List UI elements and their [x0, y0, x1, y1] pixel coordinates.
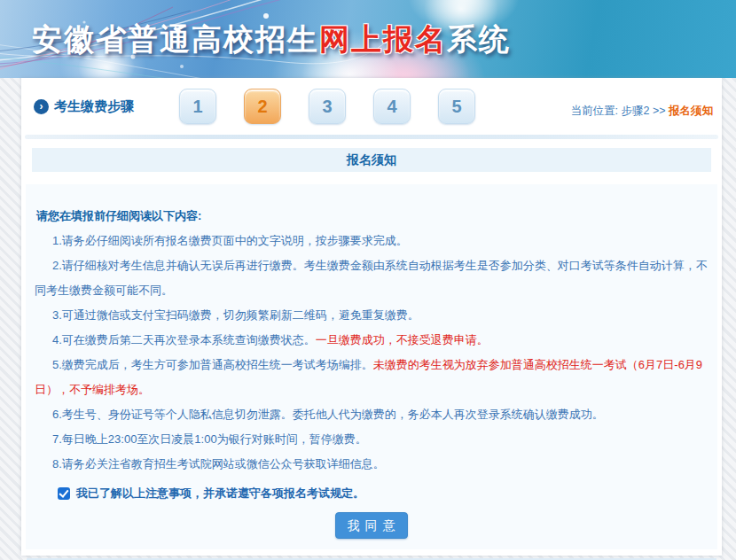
step-box-1: 1 [179, 89, 216, 124]
system-title-part2: 系统 [447, 22, 511, 56]
notice-item-text: 5.缴费完成后，考生方可参加普通高校招生统一考试考场编排。 [52, 358, 373, 371]
breadcrumb-prefix: 当前位置: 步骤2 >> [571, 105, 666, 117]
page-title: 报名须知 [32, 148, 711, 172]
notice-item-text: 1.请务必仔细阅读所有报名缴费页面中的文字说明，按步骤要求完成。 [52, 234, 408, 247]
system-title-part1: 安徽省普通高校招生 [32, 22, 319, 56]
notice-item-1: 1.请务必仔细阅读所有报名缴费页面中的文字说明，按步骤要求完成。 [35, 229, 709, 253]
breadcrumb: 当前位置: 步骤2 >> 报名须知 [571, 104, 713, 119]
step-box-4: 4 [373, 89, 411, 124]
step-indicator: 1 2 3 4 5 [179, 89, 475, 124]
notice-item-red-text: 一旦缴费成功，不接受退费申请。 [316, 333, 489, 346]
agreement-row[interactable]: 我已了解以上注意事项，并承诺遵守各项报名考试规定。 [58, 486, 709, 502]
agree-button[interactable]: 我 同 意 [335, 512, 409, 539]
notice-item-text: 6.考生号、身份证号等个人隐私信息切勿泄露。委托他人代为缴费的，务必本人再次登录… [52, 408, 604, 421]
step-bar-title: › 考生缴费步骤 [34, 98, 134, 115]
notice-item-text: 4.可在缴费后第二天再次登录本系统查询缴费状态。 [52, 333, 316, 346]
step-bar: › 考生缴费步骤 1 2 3 4 5 当前位置: 步骤2 >> 报名须知 [21, 78, 722, 135]
step-box-3: 3 [309, 89, 346, 124]
notice-item-8: 8.请务必关注省教育招生考试院网站或微信公众号获取详细信息。 [35, 452, 709, 477]
notice-intro: 请您在填报前仔细阅读以下内容: [36, 204, 709, 229]
agreement-label: 我已了解以上注意事项，并承诺遵守各项报名考试规定。 [76, 486, 364, 502]
system-title-highlight: 网上报名 [319, 22, 447, 56]
button-row: 我 同 意 [35, 512, 709, 539]
breadcrumb-current: 报名须知 [669, 105, 713, 117]
notice-item-7: 7.每日晚上23:00至次日凌晨1:00为银行对账时间，暂停缴费。 [35, 427, 709, 452]
step-box-5: 5 [438, 89, 475, 124]
notice-panel: 请您在填报前仔细阅读以下内容: 1.请务必仔细阅读所有报名缴费页面中的文字说明，… [26, 184, 717, 549]
notice-item-text: 2.请仔细核对考生信息并确认无误后再进行缴费。考生缴费金额由系统自动根据考生是否… [35, 259, 708, 297]
notice-item-2: 2.请仔细核对考生信息并确认无误后再进行缴费。考生缴费金额由系统自动根据考生是否… [35, 253, 709, 303]
notice-item-text: 8.请务必关注省教育招生考试院网站或微信公众号获取详细信息。 [52, 457, 385, 471]
notice-item-6: 6.考生号、身份证号等个人隐私信息切勿泄露。委托他人代为缴费的，务必本人再次登录… [35, 402, 709, 427]
agreement-checkbox[interactable] [58, 487, 70, 500]
system-title: 安徽省普通高校招生网上报名系统 [32, 19, 511, 60]
notice-item-5: 5.缴费完成后，考生方可参加普通高校招生统一考试考场编排。未缴费的考生视为放弃参… [35, 353, 709, 402]
notice-item-text: 3.可通过微信或支付宝扫码缴费，切勿频繁刷新二维码，避免重复缴费。 [52, 308, 419, 322]
step-bar-title-label: 考生缴费步骤 [54, 98, 134, 115]
notice-item-4: 4.可在缴费后第二天再次登录本系统查询缴费状态。一旦缴费成功，不接受退费申请。 [35, 328, 709, 353]
section-divider [25, 135, 718, 139]
header-banner: 安徽省普通高校招生网上报名系统 [0, 0, 736, 78]
chevron-right-circle-icon: › [34, 99, 49, 114]
notice-item-text: 7.每日晚上23:00至次日凌晨1:00为银行对账时间，暂停缴费。 [52, 432, 367, 446]
notice-item-3: 3.可通过微信或支付宝扫码缴费，切勿频繁刷新二维码，避免重复缴费。 [35, 303, 709, 328]
step-box-2: 2 [244, 89, 281, 124]
main-card: › 考生缴费步骤 1 2 3 4 5 当前位置: 步骤2 >> 报名须知 报名须… [21, 78, 722, 556]
